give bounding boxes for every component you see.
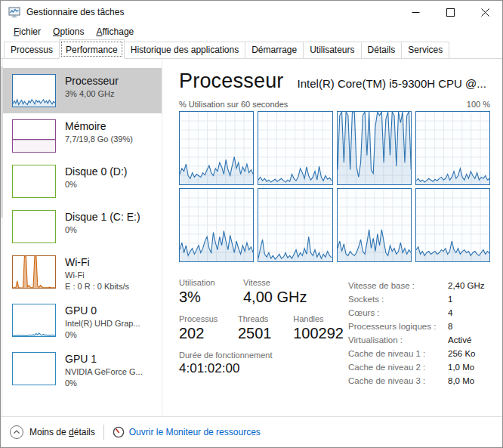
stat-label: Vitesse: [243, 278, 307, 287]
core-chart-3[interactable]: [337, 111, 412, 185]
core-chart-5[interactable]: [179, 188, 254, 262]
stat-label: Sockets :: [348, 292, 448, 306]
tab-details[interactable]: Détails: [361, 42, 403, 58]
cpu-stats-left: Utilisation 3% Vitesse 4,00 GHz Processu…: [179, 278, 344, 388]
minimize-button[interactable]: [398, 1, 433, 23]
sidebar-item-title: Processeur: [65, 75, 119, 88]
core-chart-2[interactable]: [258, 111, 332, 185]
sidebar-item-subtitle: 0%: [65, 224, 140, 235]
tab-processus[interactable]: Processus: [4, 42, 60, 58]
stat-label: Handles: [293, 314, 344, 323]
stat-label: Cache de niveau 2 :: [348, 360, 448, 374]
sidebar-item-subtitle: NVIDIA GeForce G...: [65, 366, 143, 377]
stat-label: Threads: [238, 314, 293, 323]
stat-value: 8: [448, 320, 452, 333]
sidebar-item-title: Wi-Fi: [65, 256, 129, 269]
tab-historique[interactable]: Historique des applications: [124, 42, 245, 58]
sidebar-scrollbar[interactable]: [1, 59, 3, 416]
core-chart-6[interactable]: [258, 188, 332, 262]
sidebar-item-title: Disque 1 (C: E:): [65, 211, 140, 224]
close-button[interactable]: [468, 1, 502, 23]
sidebar-item-subtitle: 3% 4,00 GHz: [65, 88, 119, 99]
sidebar-item-cpu[interactable]: Processeur 3% 4,00 GHz: [1, 68, 162, 113]
stat-value: 4: [448, 306, 452, 320]
stat-value: 8,0 Mo: [448, 374, 474, 388]
cpu-core-charts: [179, 111, 490, 262]
sidebar-scrollbar-thumb[interactable]: [1, 66, 3, 218]
resource-monitor-icon: [113, 426, 125, 438]
stat-value: 1: [448, 292, 452, 306]
sidebar-item-title: Disque 0 (D:): [65, 165, 127, 178]
stat-value-uptime: 4:01:02:00: [179, 361, 273, 376]
sidebar-item-disk0[interactable]: Disque 0 (D:) 0%: [1, 159, 162, 204]
stat-value: Activé: [448, 333, 471, 347]
stat-value: 2,40 GHz: [448, 279, 485, 292]
menubar: Fichier Options Affichage: [1, 23, 502, 40]
memory-mini-chart: [12, 119, 56, 153]
wifi-mini-chart: [12, 255, 56, 289]
sidebar-item-subtitle: Wi-Fi: [65, 270, 129, 280]
stat-value-handles: 100292: [293, 325, 344, 342]
stat-value: 256 Ko: [448, 347, 475, 360]
sidebar-item-title: GPU 0: [65, 304, 140, 317]
stat-label: Cache de niveau 3 :: [348, 374, 448, 388]
cpu-panel: Processeur Intel(R) Core(TM) i5-9300H CP…: [162, 59, 502, 416]
stat-label: Processus: [179, 314, 238, 323]
window-title: Gestionnaire des tâches: [26, 7, 124, 17]
gpu0-mini-chart: [12, 304, 56, 337]
sidebar-item-subtitle2: 0%: [65, 378, 143, 388]
gpu1-mini-chart: [12, 352, 56, 385]
stat-label: Cœurs :: [348, 306, 448, 320]
footer-divider: [103, 425, 104, 440]
stat-label: Cache de niveau 1 :: [348, 347, 448, 360]
tab-bar: Processus Performance Historique des app…: [1, 40, 502, 59]
chevron-up-icon: [10, 425, 23, 439]
stat-label: Virtualisation :: [348, 333, 448, 347]
tab-utilisateurs[interactable]: Utilisateurs: [303, 42, 361, 58]
stat-label: Processeurs logiques :: [348, 320, 448, 333]
sidebar-item-disk1[interactable]: Disque 1 (C: E:) 0%: [1, 204, 162, 249]
stat-value: 1,0 Mo: [448, 360, 474, 374]
sidebar-item-subtitle: 7,7/19,8 Go (39%): [65, 134, 133, 144]
stat-value-threads: 2501: [238, 325, 293, 342]
task-manager-window: Gestionnaire des tâches Fichier Options …: [0, 0, 503, 448]
less-details-button[interactable]: Moins de détails: [10, 425, 95, 439]
core-chart-7[interactable]: [337, 188, 412, 262]
stat-value-vitesse: 4,00 GHz: [243, 289, 307, 306]
core-chart-1[interactable]: [179, 111, 254, 185]
disk0-mini-chart: [12, 165, 56, 198]
sidebar-item-gpu0[interactable]: GPU 0 Intel(R) UHD Grap... 0%: [1, 298, 162, 346]
sidebar-item-subtitle: Intel(R) UHD Grap...: [65, 318, 140, 329]
menu-affichage[interactable]: Affichage: [90, 25, 140, 39]
page-title: Processeur: [179, 70, 284, 93]
sidebar-item-wifi[interactable]: Wi-Fi Wi-Fi E : 0 R : 0 Kbits/s: [1, 249, 162, 298]
chart-axis-label: % Utilisation sur 60 secondes: [179, 100, 288, 109]
menu-options[interactable]: Options: [47, 25, 90, 39]
core-chart-4[interactable]: [415, 111, 490, 185]
chart-max-label: 100 %: [467, 100, 490, 109]
open-resource-monitor-link[interactable]: Ouvrir le Moniteur de ressources: [113, 426, 261, 438]
sidebar-item-subtitle: 0%: [65, 179, 127, 190]
sidebar-item-memory[interactable]: Mémoire 7,7/19,8 Go (39%): [1, 113, 162, 159]
maximize-button[interactable]: [433, 1, 468, 23]
menu-fichier[interactable]: Fichier: [8, 25, 47, 39]
sidebar-item-gpu1[interactable]: GPU 1 NVIDIA GeForce G... 0%: [1, 346, 162, 394]
sidebar-item-title: Mémoire: [65, 120, 133, 133]
tab-performance[interactable]: Performance: [59, 39, 125, 59]
tab-demarrage[interactable]: Démarrage: [245, 42, 304, 58]
stat-label: Utilisation: [179, 278, 243, 287]
cpu-model-name: Intel(R) Core(TM) i5-9300H CPU @...: [298, 77, 486, 90]
stat-label: Vitesse de base :: [348, 279, 448, 292]
titlebar: Gestionnaire des tâches: [1, 1, 502, 23]
footer: Moins de détails Ouvrir le Moniteur de r…: [1, 416, 502, 447]
cpu-stats-right: Vitesse de base :2,40 GHz Sockets :1 Cœu…: [348, 278, 485, 388]
sidebar-item-subtitle2: 0%: [65, 329, 140, 340]
task-manager-app-icon: [8, 6, 20, 18]
stat-value-utilisation: 3%: [179, 289, 243, 306]
sidebar-item-title: GPU 1: [65, 353, 143, 366]
core-chart-8[interactable]: [415, 188, 490, 262]
sidebar-item-subtitle2: E : 0 R : 0 Kbits/s: [65, 281, 129, 292]
stat-value-processus: 202: [179, 325, 238, 342]
disk1-mini-chart: [12, 210, 56, 243]
tab-services[interactable]: Services: [401, 42, 449, 58]
